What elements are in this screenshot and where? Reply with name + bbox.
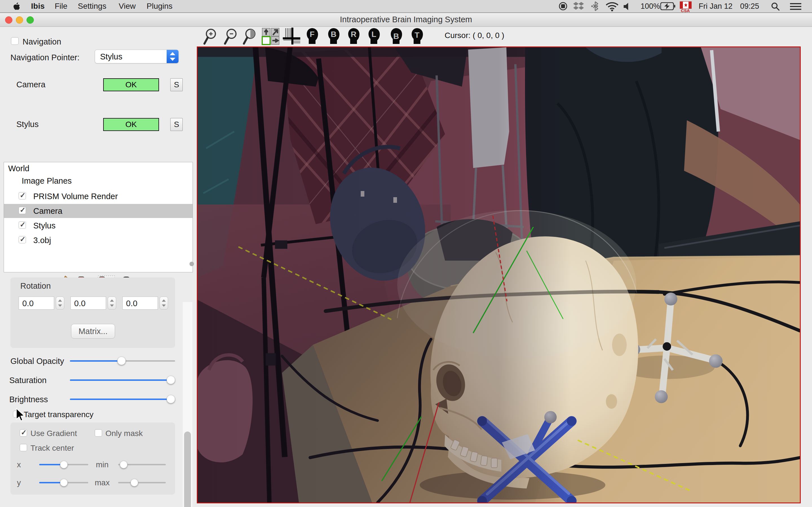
- view-top-icon[interactable]: T: [410, 27, 423, 45]
- tree-checkbox-prism[interactable]: [18, 192, 26, 200]
- y-slider[interactable]: [39, 479, 88, 486]
- rotation-x-stepper[interactable]: [56, 297, 64, 309]
- zoom-button[interactable]: [27, 16, 34, 24]
- scrollbar-thumb[interactable]: [184, 432, 191, 507]
- navigation-pointer-dropdown[interactable]: Stylus: [95, 50, 179, 63]
- saturation-label: Saturation: [9, 376, 47, 385]
- zoom-in-icon[interactable]: [202, 27, 218, 46]
- reset-planes-crosshair-icon[interactable]: [283, 27, 300, 45]
- tree-group-image-planes[interactable]: Image Planes: [22, 176, 71, 186]
- rotation-z-spinbox[interactable]: 0.0: [122, 297, 158, 309]
- camera-video-frame: [198, 47, 800, 503]
- wifi-icon[interactable]: [606, 2, 619, 11]
- x-slider[interactable]: [39, 461, 88, 468]
- only-mask-checkbox[interactable]: [95, 429, 102, 437]
- svg-text:T: T: [414, 31, 419, 40]
- splitter-handle[interactable]: [190, 262, 194, 266]
- close-button[interactable]: [5, 16, 12, 24]
- tree-item-3obj[interactable]: 3.obj: [4, 233, 193, 247]
- navigation-pointer-label: Navigation Pointer:: [10, 53, 80, 62]
- tree-checkbox-3obj[interactable]: [18, 236, 26, 243]
- tree-checkbox-stylus[interactable]: [18, 221, 26, 229]
- window-title-bar: Intraoperative Brain Imaging System: [0, 13, 812, 27]
- brightness-label: Brightness: [9, 395, 48, 404]
- rotation-z-stepper[interactable]: [160, 297, 168, 309]
- tree-checkbox-camera[interactable]: [18, 207, 26, 214]
- menu-date[interactable]: Fri Jan 12: [699, 2, 732, 11]
- tree-root-world[interactable]: World: [8, 164, 29, 173]
- dropbox-icon[interactable]: [573, 2, 585, 11]
- view-back-icon[interactable]: B: [327, 27, 340, 45]
- menu-bar: Ibis File Settings View Plugins 100%: [0, 0, 812, 13]
- sidebar: Navigation Navigation Pointer: Stylus Ca…: [0, 26, 197, 507]
- view-front-icon[interactable]: F: [306, 27, 319, 45]
- use-gradient-label: Use Gradient: [31, 429, 77, 438]
- view-left-icon[interactable]: L: [367, 27, 381, 45]
- slider-handle[interactable]: [60, 461, 68, 468]
- brightness-slider[interactable]: [70, 395, 175, 403]
- stylus-status-indicator: OK: [103, 118, 159, 131]
- menu-app[interactable]: Ibis: [31, 2, 45, 11]
- scene-tree: World Image Planes PRISM Volume Render C…: [4, 162, 193, 272]
- rotation-title: Rotation: [20, 281, 51, 291]
- min-slider[interactable]: [118, 461, 166, 468]
- notification-list-icon[interactable]: [790, 3, 802, 10]
- tree-item-camera[interactable]: Camera: [4, 204, 193, 218]
- dropdown-stepper-icon: [167, 50, 179, 63]
- slider-handle[interactable]: [120, 461, 128, 468]
- tree-label-stylus: Stylus: [33, 221, 56, 230]
- camera-snapshot-button[interactable]: S: [170, 78, 183, 91]
- track-center-checkbox[interactable]: [20, 444, 27, 451]
- search-icon[interactable]: [771, 2, 780, 11]
- tree-label-3obj: 3.obj: [33, 236, 51, 245]
- view-right-icon[interactable]: R: [347, 27, 361, 45]
- navigation-pointer-value: Stylus: [100, 52, 122, 61]
- expand-views-icon[interactable]: [262, 27, 280, 45]
- global-opacity-label: Global Opacity: [10, 356, 64, 366]
- menu-file[interactable]: File: [55, 2, 67, 11]
- use-gradient-checkbox[interactable]: [20, 429, 27, 437]
- slider-handle[interactable]: [131, 479, 138, 487]
- rotation-x-spinbox[interactable]: 0.0: [18, 297, 54, 309]
- ar-viewport[interactable]: [197, 47, 801, 503]
- svg-text:B: B: [331, 30, 336, 39]
- volume-icon[interactable]: [623, 2, 633, 11]
- navigation-checkbox[interactable]: [11, 37, 18, 45]
- slider-handle[interactable]: [167, 395, 175, 403]
- rotation-y-stepper[interactable]: [108, 297, 116, 309]
- battery-percent: 100%: [641, 2, 660, 11]
- matrix-button[interactable]: Matrix...: [71, 324, 115, 339]
- global-opacity-slider[interactable]: [70, 356, 175, 365]
- slider-handle[interactable]: [60, 479, 68, 487]
- max-slider[interactable]: [118, 479, 166, 486]
- saturation-slider[interactable]: [70, 376, 175, 384]
- window-title: Intraoperative Brain Imaging System: [0, 13, 812, 26]
- stylus-tracker-label: Stylus: [16, 120, 39, 129]
- flag-csa-icon[interactable]: CSA: [680, 1, 692, 12]
- apple-menu-icon[interactable]: [12, 2, 20, 10]
- tree-item-stylus[interactable]: Stylus: [4, 219, 193, 233]
- menu-view[interactable]: View: [119, 2, 136, 11]
- menu-time[interactable]: 09:25: [740, 2, 759, 11]
- camera-status-indicator: OK: [103, 78, 159, 91]
- tree-item-prism-volume-render[interactable]: PRISM Volume Render: [4, 189, 193, 203]
- sidebar-scrollbar[interactable]: [183, 302, 192, 507]
- zoom-out-icon[interactable]: [223, 27, 239, 46]
- x-slider-label: x: [17, 460, 21, 469]
- min-slider-label: min: [96, 460, 109, 469]
- battery-icon[interactable]: [660, 2, 675, 10]
- minimize-button[interactable]: [16, 16, 23, 24]
- zoom-reset-icon[interactable]: [242, 27, 258, 46]
- stylus-snapshot-button[interactable]: S: [170, 118, 183, 131]
- rotation-y-spinbox[interactable]: 0.0: [70, 297, 106, 309]
- navigation-label: Navigation: [22, 37, 61, 47]
- mouse-cursor-icon: [16, 408, 28, 421]
- slider-handle[interactable]: [167, 376, 175, 384]
- slider-handle[interactable]: [117, 356, 126, 365]
- menu-settings[interactable]: Settings: [78, 2, 106, 11]
- record-icon[interactable]: [559, 2, 567, 11]
- menu-plugins[interactable]: Plugins: [147, 2, 172, 11]
- view-bottom-icon[interactable]: B: [390, 27, 403, 45]
- bluetooth-icon[interactable]: [591, 1, 599, 11]
- max-slider-label: max: [95, 478, 110, 487]
